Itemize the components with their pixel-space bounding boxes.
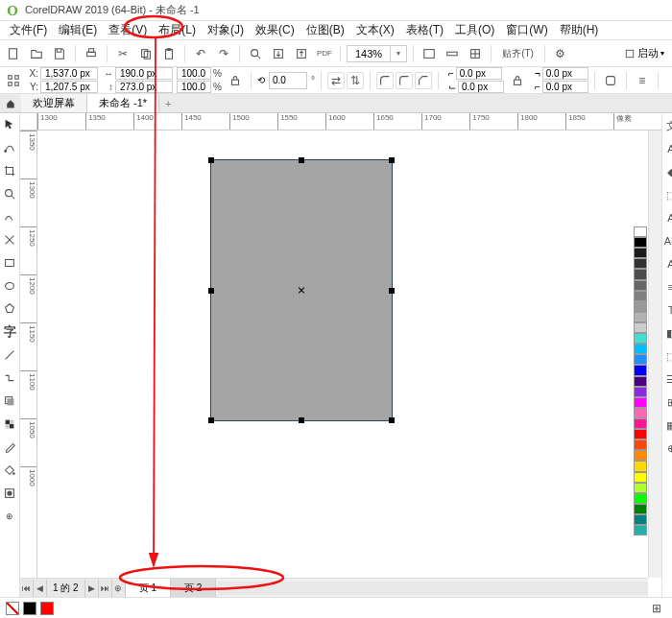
docker-10[interactable]: ⬚ bbox=[662, 347, 672, 365]
menu-bitmap[interactable]: 位图(B) bbox=[300, 20, 350, 40]
handle-bot-left[interactable] bbox=[208, 417, 214, 423]
snapto-button[interactable]: 贴齐(T) bbox=[497, 44, 539, 63]
launch-button[interactable]: 启动 ▾ bbox=[620, 46, 668, 60]
color-swatch-2[interactable] bbox=[634, 248, 647, 258]
docker-9[interactable]: ◧ bbox=[662, 324, 672, 342]
horizontal-scrollbar[interactable] bbox=[218, 582, 648, 595]
first-page-button[interactable]: ⏮ bbox=[20, 580, 34, 597]
publish-pdf-button[interactable]: PDF bbox=[315, 44, 334, 63]
handle-mid-right[interactable] bbox=[389, 288, 395, 294]
color-swatch-3[interactable] bbox=[634, 258, 647, 269]
prev-page-button[interactable]: ◀ bbox=[34, 580, 47, 597]
corner-bl-input[interactable]: 0.0 px bbox=[458, 81, 504, 93]
last-page-button[interactable]: ⏭ bbox=[99, 580, 112, 597]
color-swatch-6[interactable] bbox=[634, 291, 647, 301]
rotation-input[interactable]: 0.0 bbox=[269, 72, 307, 89]
origin-icon[interactable] bbox=[4, 71, 23, 90]
horizontal-ruler[interactable]: 1300 1350 1400 1450 1500 1550 1600 1650 … bbox=[20, 113, 661, 131]
color-swatch-19[interactable] bbox=[634, 429, 647, 440]
docker-8[interactable]: T bbox=[662, 301, 672, 319]
menu-help[interactable]: 帮助(H) bbox=[554, 20, 605, 40]
print-button[interactable] bbox=[82, 44, 101, 63]
rectangle-tool[interactable] bbox=[0, 253, 19, 273]
color-swatch-1[interactable] bbox=[634, 237, 647, 248]
color-swatch-14[interactable] bbox=[634, 376, 647, 387]
home-tab-button[interactable] bbox=[0, 94, 21, 112]
menu-view[interactable]: 查看(V) bbox=[103, 20, 153, 40]
color-swatch-16[interactable] bbox=[634, 397, 647, 408]
menu-file[interactable]: 文件(F) bbox=[4, 20, 53, 40]
menu-tools[interactable]: 工具(O) bbox=[449, 20, 500, 40]
color-swatch-11[interactable] bbox=[634, 344, 647, 354]
width-input[interactable]: 190.0 px bbox=[115, 67, 173, 80]
drop-shadow-tool[interactable] bbox=[0, 392, 19, 411]
next-page-button[interactable]: ▶ bbox=[85, 580, 99, 597]
eyedropper-tool[interactable] bbox=[0, 438, 19, 457]
ruler-corner[interactable] bbox=[20, 113, 37, 131]
paste-button[interactable] bbox=[159, 44, 179, 63]
scale-y-input[interactable]: 100.0 bbox=[177, 81, 211, 93]
color-swatch-25[interactable] bbox=[634, 493, 647, 504]
scale-x-input[interactable]: 100.0 bbox=[177, 67, 211, 80]
swatch-red[interactable] bbox=[40, 602, 54, 615]
pick-tool[interactable] bbox=[0, 115, 19, 134]
docker-13[interactable]: ▦ bbox=[662, 416, 672, 434]
menu-layout[interactable]: 布局(L) bbox=[153, 20, 202, 40]
crop-tool[interactable] bbox=[0, 161, 19, 180]
outline-width-button[interactable]: ≡ bbox=[633, 71, 652, 90]
menu-window[interactable]: 窗口(W) bbox=[500, 20, 553, 40]
expand-toolbox-button[interactable]: ⊕ bbox=[0, 507, 19, 526]
shape-tool[interactable] bbox=[0, 138, 19, 157]
save-button[interactable] bbox=[50, 44, 69, 63]
page-tab-1[interactable]: 页 1 bbox=[126, 579, 171, 597]
handle-mid-left[interactable] bbox=[208, 288, 214, 294]
redo-button[interactable]: ↷ bbox=[214, 44, 233, 63]
artistic-media-tool[interactable] bbox=[0, 230, 19, 250]
vertical-ruler[interactable]: 1350 1300 1250 1200 1150 1100 1050 1000 bbox=[20, 131, 37, 578]
docker-1[interactable]: A bbox=[662, 140, 672, 157]
selected-rectangle[interactable] bbox=[210, 159, 393, 421]
docker-11[interactable]: ☰ bbox=[662, 370, 672, 388]
color-swatch-27[interactable] bbox=[634, 514, 647, 525]
x-input[interactable]: 1,537.0 px bbox=[40, 67, 98, 80]
color-swatch-17[interactable] bbox=[634, 408, 647, 418]
docker-4[interactable]: A bbox=[662, 209, 672, 226]
round-corner-button[interactable] bbox=[376, 72, 394, 89]
docker-12[interactable]: ⊞ bbox=[662, 393, 672, 411]
handle-top-left[interactable] bbox=[208, 157, 214, 163]
page-info[interactable]: 1 的 2 bbox=[47, 580, 85, 597]
lock-corners-button[interactable] bbox=[508, 71, 527, 90]
open-button[interactable] bbox=[27, 44, 46, 63]
menu-object[interactable]: 对象(J) bbox=[202, 20, 250, 40]
freehand-tool[interactable] bbox=[0, 207, 19, 226]
corner-tr-input[interactable]: 0.0 px bbox=[542, 67, 588, 80]
mirror-h-button[interactable]: ⇄ bbox=[327, 72, 345, 89]
handle-top-right[interactable] bbox=[389, 157, 395, 163]
color-swatch-5[interactable] bbox=[634, 280, 647, 291]
new-button[interactable] bbox=[4, 44, 23, 63]
expand-docker-button[interactable]: ⊕ bbox=[662, 440, 672, 457]
menu-edit[interactable]: 编辑(E) bbox=[53, 20, 103, 40]
color-swatch-24[interactable] bbox=[634, 483, 647, 493]
corner-tl-input[interactable]: 0.0 px bbox=[456, 67, 502, 80]
docker-6[interactable]: A bbox=[662, 255, 672, 273]
undo-button[interactable]: ↶ bbox=[191, 44, 210, 63]
color-swatch-13[interactable] bbox=[634, 365, 647, 375]
color-swatch-22[interactable] bbox=[634, 461, 647, 471]
handle-bot-right[interactable] bbox=[389, 417, 395, 423]
swatch-black[interactable] bbox=[23, 602, 36, 615]
zoom-tool[interactable] bbox=[0, 184, 19, 203]
docker-text[interactable]: 文 bbox=[662, 117, 672, 134]
cut-button[interactable]: ✂ bbox=[113, 44, 132, 63]
menu-table[interactable]: 表格(T) bbox=[400, 20, 449, 40]
docker-7[interactable]: ≡ bbox=[662, 278, 672, 296]
scallop-corner-button[interactable] bbox=[396, 72, 413, 89]
color-swatch-4[interactable] bbox=[634, 269, 647, 279]
menu-effects[interactable]: 效果(C) bbox=[250, 20, 300, 40]
handle-top-mid[interactable] bbox=[299, 157, 304, 163]
connector-tool[interactable] bbox=[0, 368, 19, 388]
chevron-down-icon[interactable]: ▾ bbox=[390, 46, 406, 61]
navigator-button[interactable]: ⊞ bbox=[647, 599, 666, 618]
add-tab-button[interactable]: + bbox=[159, 98, 177, 109]
corner-br-input[interactable]: 0.0 px bbox=[542, 81, 588, 93]
